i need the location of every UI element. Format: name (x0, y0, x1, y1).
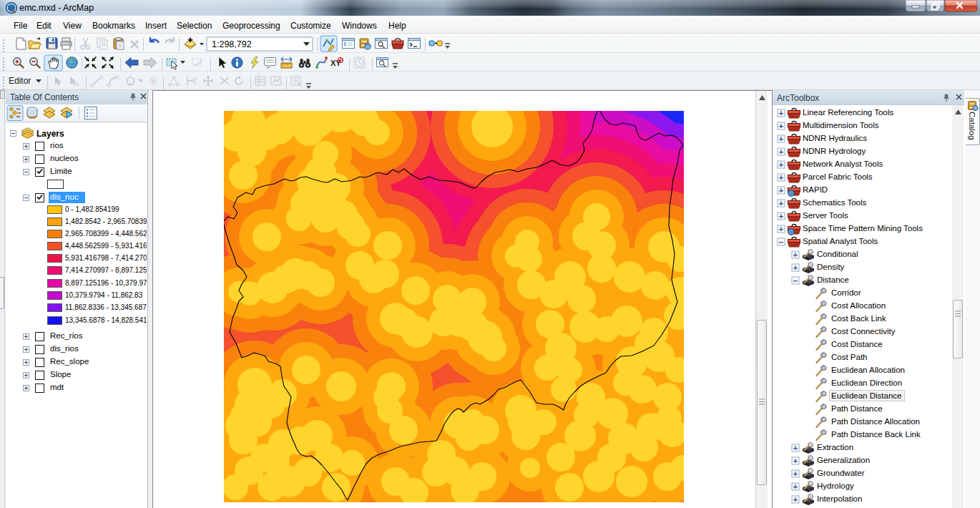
svg-text:Editor: Editor (9, 76, 31, 86)
svg-text:1:298,792: 1:298,792 (212, 39, 252, 49)
svg-text:A: A (75, 81, 79, 87)
